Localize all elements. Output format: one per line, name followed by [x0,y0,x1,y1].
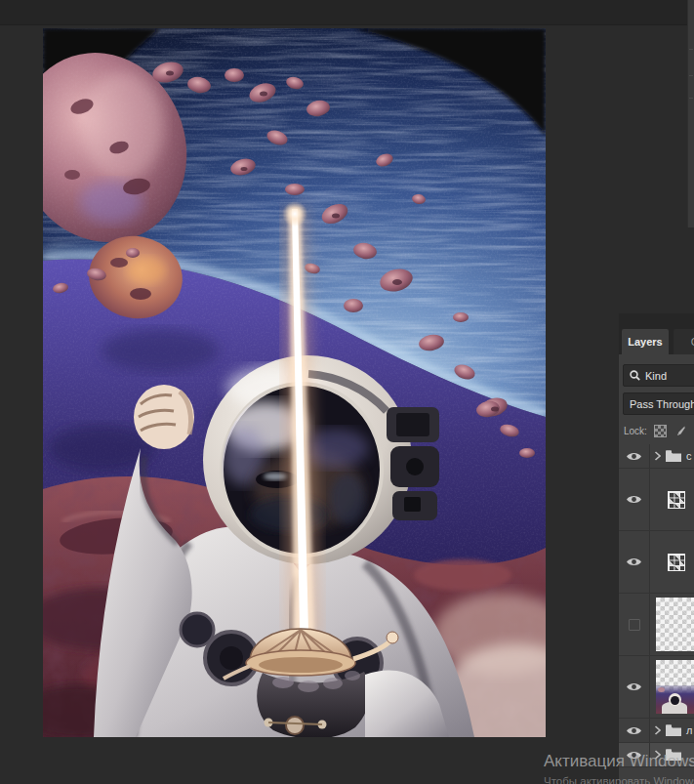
layer-rows: cл [619,444,694,767]
tab-layers[interactable]: Layers [622,329,669,354]
layer-row[interactable] [619,656,694,719]
blend-mode-select[interactable]: Pass Through [623,392,694,415]
docked-panel-edge[interactable] [687,0,694,227]
layer-row-content [650,748,694,762]
layer-name: л [686,724,692,736]
layer-row-content [650,491,694,509]
layer-name: c [686,450,692,462]
visibility-toggle[interactable] [619,469,650,530]
layer-row[interactable] [619,469,694,531]
visibility-toggle[interactable] [619,594,650,655]
layer-filter-select[interactable]: Kind [623,364,694,387]
layer-row-content: л [650,723,694,737]
folder-icon [665,748,682,762]
layer-row-content [650,660,694,714]
visibility-toggle[interactable] [619,719,650,742]
layer-thumbnail-transparent[interactable] [656,598,694,651]
panel-tab-bar: Layers Cool [619,313,694,354]
layer-row[interactable] [619,594,694,656]
eye-icon [626,451,642,462]
pattern-grid-icon [668,491,685,509]
visibility-toggle[interactable] [619,531,650,593]
lock-label: Lock: [624,426,647,436]
blend-mode-value: Pass Through [630,398,694,410]
folder-icon [665,723,682,737]
expand-arrow-icon[interactable] [654,451,661,461]
layer-row-content [650,598,694,651]
layer-row[interactable]: c [619,444,694,469]
expand-arrow-icon[interactable] [654,725,661,735]
lock-row: Lock: [624,421,686,440]
layer-row[interactable] [619,743,694,767]
search-icon [630,370,640,381]
photoshop-workspace: Layers Cool Kind Pass Through Lock: cл А… [0,0,694,784]
layer-filter-value: Kind [645,370,667,382]
canvas-artwork[interactable] [43,28,546,737]
expand-arrow-icon[interactable] [654,750,661,760]
eye-icon [626,750,642,761]
layer-row[interactable] [619,531,694,594]
layer-thumbnail-artwork[interactable] [656,660,694,714]
eye-icon [626,681,642,692]
artwork-image [43,28,546,737]
thumbnail-art [656,685,694,714]
lock-brush-icon[interactable] [674,425,686,437]
eye-icon [626,494,642,505]
layers-panel: Layers Cool Kind Pass Through Lock: cл [618,313,694,784]
tab-cool[interactable]: Cool [674,329,694,354]
layer-row-content [650,554,694,571]
layer-row[interactable]: л [619,719,694,743]
folder-icon [665,449,682,463]
visibility-empty-box [629,619,640,631]
eye-icon [626,557,642,567]
visibility-toggle[interactable] [619,743,650,766]
visibility-toggle[interactable] [619,444,650,468]
eye-icon [626,725,642,736]
lock-transparency-icon[interactable] [654,425,667,437]
app-top-strip [0,0,694,25]
pattern-grid-icon [668,554,685,571]
layer-row-content: c [650,449,694,463]
visibility-toggle[interactable] [619,656,650,718]
